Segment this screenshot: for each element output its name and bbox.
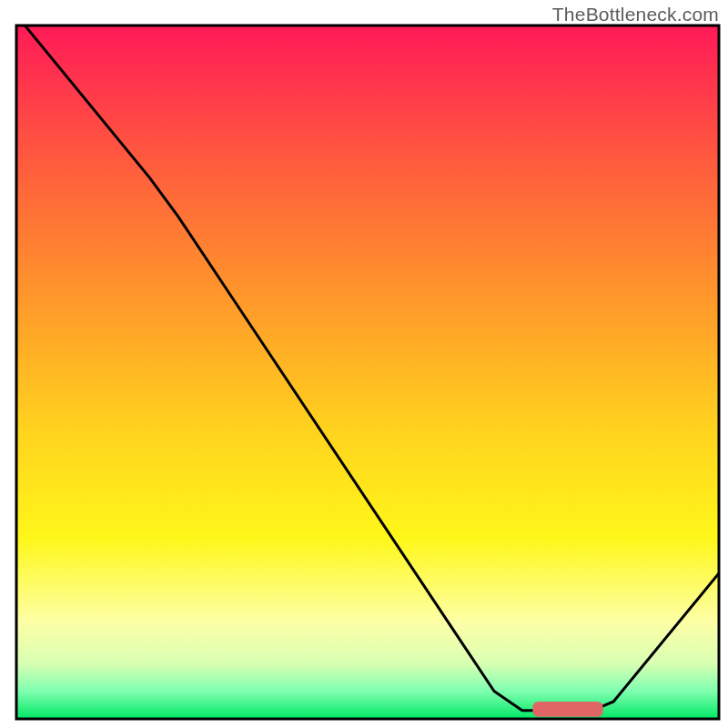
chart-container: { "watermark": "TheBottleneck.com", "cha… (0, 0, 728, 728)
gradient-background (16, 25, 719, 719)
optimal-range-marker (532, 702, 602, 717)
bottleneck-chart (0, 0, 728, 728)
